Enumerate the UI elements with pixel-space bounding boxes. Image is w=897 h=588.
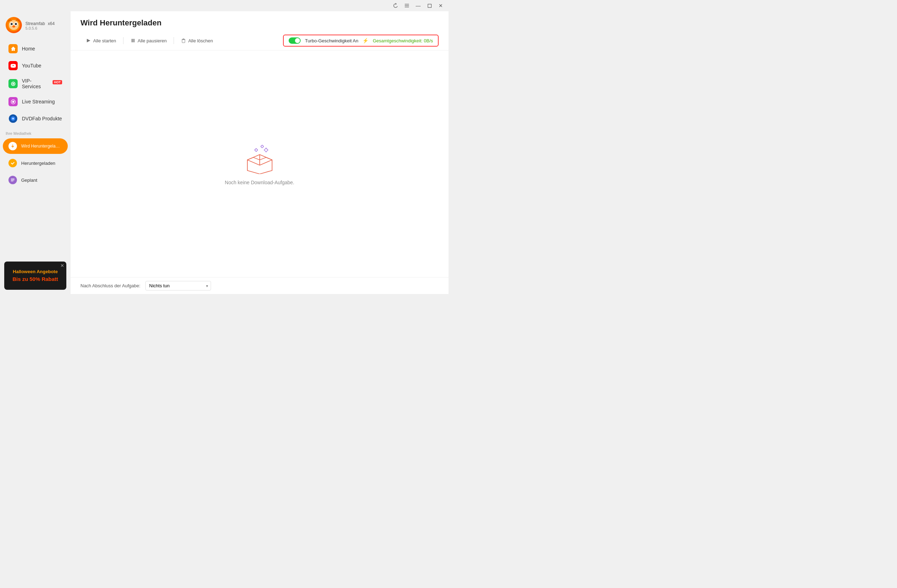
- empty-message: Noch keine Download-Aufgabe.: [225, 180, 294, 185]
- sidebar-item-youtube[interactable]: YouTube: [3, 58, 68, 74]
- promo-line2: Bis zu 50% Rabatt: [12, 275, 58, 283]
- youtube-label: YouTube: [22, 63, 41, 69]
- close-button[interactable]: ✕: [436, 2, 446, 9]
- start-all-label: Alle starten: [93, 38, 116, 43]
- pause-all-label: Alle pausieren: [138, 38, 167, 43]
- footer-bar: Nach Abschluss der Aufgabe: Nichts tun C…: [70, 277, 448, 294]
- sidebar-item-dvdfab[interactable]: DVDFab Produkte: [3, 110, 68, 127]
- svg-rect-24: [133, 39, 135, 42]
- svg-rect-18: [9, 160, 16, 166]
- svg-rect-1: [405, 5, 409, 6]
- history-button[interactable]: [390, 2, 401, 9]
- pause-all-button[interactable]: Alle pausieren: [125, 36, 172, 46]
- delete-all-button[interactable]: Alle löschen: [175, 36, 219, 46]
- library-item-downloading[interactable]: Wird Heruntergeladen...: [3, 138, 68, 154]
- titlebar: — ✕: [0, 0, 448, 11]
- restore-button[interactable]: [424, 2, 435, 9]
- page-title: Wird Heruntergeladen: [80, 18, 439, 28]
- downloading-label: Wird Heruntergeladen...: [21, 144, 62, 149]
- sidebar-item-live[interactable]: Live Streaming: [3, 93, 68, 110]
- main-content: Wird Heruntergeladen Alle starten Alle p…: [70, 11, 448, 294]
- menu-button[interactable]: [402, 2, 412, 9]
- svg-point-12: [12, 101, 14, 103]
- main-header: Wird Heruntergeladen: [70, 11, 448, 31]
- promo-text: Halloween Angebote Bis zu 50% Rabatt: [12, 269, 58, 282]
- sidebar-bottom: ✕ Halloween Angebote Bis zu 50% Rabatt: [0, 257, 70, 294]
- dvdfab-icon: [8, 114, 18, 123]
- sidebar: Streamfab x64 5.0.5.6 Home YouTube: [0, 11, 70, 294]
- start-icon: [86, 38, 91, 43]
- task-select-wrapper: Nichts tun Computer herunterfahren Compu…: [145, 281, 211, 291]
- svg-rect-3: [428, 4, 431, 8]
- turbo-section: Turbo-Geschwindigkeit An ⚡ Gesamtgeschwi…: [283, 35, 439, 47]
- speed-label: Gesamtgeschwindigkeit: 0B/s: [373, 38, 433, 43]
- svg-rect-2: [405, 7, 409, 8]
- planned-icon: [8, 176, 17, 184]
- downloaded-icon: [8, 159, 17, 167]
- task-select[interactable]: Nichts tun Computer herunterfahren Compu…: [145, 281, 211, 291]
- live-icon: [8, 97, 18, 106]
- svg-point-10: [12, 25, 15, 28]
- live-label: Live Streaming: [22, 99, 55, 104]
- library-section-label: Ihre Mediathek: [0, 127, 70, 138]
- svg-point-25: [265, 149, 268, 152]
- lightning-icon: ⚡: [363, 38, 368, 43]
- downloaded-label: Heruntergeladen: [21, 161, 55, 166]
- start-all-button[interactable]: Alle starten: [80, 36, 122, 46]
- empty-state: Noch keine Download-Aufgabe.: [70, 51, 448, 277]
- app-version: 5.0.5.6: [25, 26, 55, 31]
- toolbar-divider-2: [174, 37, 174, 44]
- empty-box-illustration: [242, 142, 277, 174]
- svg-rect-0: [405, 4, 409, 5]
- delete-all-label: Alle löschen: [188, 38, 213, 43]
- turbo-toggle[interactable]: [289, 37, 301, 44]
- svg-rect-22: [11, 181, 14, 181]
- vip-icon: [8, 79, 18, 88]
- svg-rect-21: [11, 180, 14, 180]
- youtube-icon: [8, 61, 18, 70]
- delete-icon: [181, 38, 186, 43]
- vip-label: VIP-Services: [22, 78, 50, 89]
- pause-icon: [130, 38, 136, 43]
- planned-label: Geplant: [21, 178, 37, 183]
- app-logo: [6, 17, 22, 33]
- library-item-planned[interactable]: Geplant: [3, 172, 68, 188]
- turbo-label: Turbo-Geschwindigkeit An: [305, 38, 358, 43]
- logo-text: Streamfab x64 5.0.5.6: [25, 20, 55, 31]
- sidebar-item-vip[interactable]: VIP-Services HOT: [3, 75, 68, 93]
- minimize-button[interactable]: —: [413, 2, 423, 9]
- task-label: Nach Abschluss der Aufgabe:: [80, 283, 141, 288]
- hot-badge: HOT: [53, 80, 62, 84]
- dvdfab-label: DVDFab Produkte: [22, 116, 62, 121]
- app-name: Streamfab x64: [25, 20, 55, 26]
- app-container: Streamfab x64 5.0.5.6 Home YouTube: [0, 11, 448, 294]
- svg-point-8: [11, 23, 13, 25]
- toolbar-divider-1: [123, 37, 124, 44]
- svg-rect-23: [132, 39, 133, 42]
- svg-point-16: [12, 118, 14, 119]
- downloading-icon: [8, 142, 17, 150]
- sidebar-item-home[interactable]: Home: [3, 41, 68, 57]
- svg-point-9: [15, 23, 17, 25]
- logo-area: Streamfab x64 5.0.5.6: [0, 11, 70, 40]
- library-item-downloaded[interactable]: Heruntergeladen: [3, 155, 68, 171]
- home-label: Home: [22, 46, 35, 52]
- toolbar: Alle starten Alle pausieren Alle löschen: [70, 31, 448, 51]
- promo-banner: ✕ Halloween Angebote Bis zu 50% Rabatt: [4, 262, 66, 290]
- home-icon: [8, 44, 18, 53]
- svg-rect-20: [11, 179, 14, 179]
- promo-close-button[interactable]: ✕: [60, 263, 64, 268]
- promo-line1: Halloween Angebote: [12, 269, 58, 275]
